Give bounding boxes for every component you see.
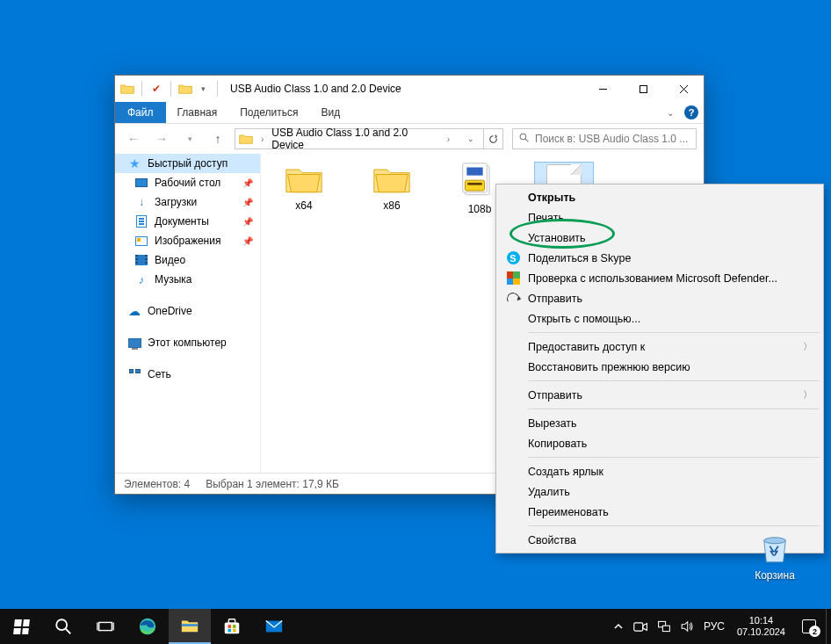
nav-forward-button[interactable]: → <box>150 127 173 150</box>
taskbar-mail[interactable] <box>253 609 295 644</box>
ctx-delete[interactable]: Удалить <box>498 481 821 502</box>
search-placeholder: Поиск в: USB Audio Class 1.0 ... <box>535 133 688 145</box>
pin-icon: 📌 <box>242 178 253 188</box>
ribbon-tabs: Файл Главная Поделиться Вид ⌄ ? <box>115 102 704 124</box>
window-title: USB Audio Class 1.0 and 2.0 Device <box>230 83 401 95</box>
chevron-right-icon[interactable]: › <box>443 134 454 144</box>
tray-notifications[interactable]: 2 <box>792 619 826 634</box>
windows-logo-icon <box>13 619 30 634</box>
qat-dropdown-icon[interactable]: ▾ <box>196 82 210 96</box>
task-view-button[interactable] <box>84 609 126 644</box>
navitem-onedrive[interactable]: ☁ OneDrive <box>115 301 260 321</box>
share-icon <box>505 291 521 307</box>
svg-rect-24 <box>233 629 236 633</box>
svg-rect-23 <box>228 629 231 633</box>
folder-icon <box>285 163 323 196</box>
ribbon-file-tab[interactable]: Файл <box>115 102 166 123</box>
navitem-downloads[interactable]: ↓ Загрузки 📌 <box>115 192 260 212</box>
network-icon <box>657 619 671 633</box>
nav-label: Рабочий стол <box>155 177 220 189</box>
skype-icon: S <box>505 250 521 266</box>
ctx-install[interactable]: Установить <box>498 228 821 248</box>
nav-recent-button[interactable]: ▾ <box>178 127 201 150</box>
recycle-bin[interactable]: Корзина <box>745 530 805 582</box>
address-history-icon[interactable]: ⌄ <box>461 129 481 148</box>
status-selection: Выбран 1 элемент: 17,9 КБ <box>206 478 339 490</box>
tray-overflow-button[interactable] <box>607 621 630 632</box>
ctx-skype[interactable]: S Поделиться в Skype <box>498 248 821 268</box>
tray-clock[interactable]: 10:14 07.10.2024 <box>730 615 792 637</box>
ctx-open-with[interactable]: Открыть с помощью... <box>498 308 821 329</box>
ctx-shortcut[interactable]: Создать ярлык <box>498 461 821 481</box>
search-icon <box>518 132 530 146</box>
svg-rect-9 <box>467 183 481 185</box>
tray-meet-now[interactable] <box>630 620 653 633</box>
refresh-button[interactable] <box>483 129 502 148</box>
nav-back-button[interactable]: ← <box>122 127 145 150</box>
clock-time: 10:14 <box>737 615 785 626</box>
folder-x64[interactable]: x64 <box>271 163 336 212</box>
ctx-print[interactable]: Печать <box>498 207 821 228</box>
ribbon-view-tab[interactable]: Вид <box>309 102 351 123</box>
taskbar-edge[interactable] <box>126 609 169 644</box>
navitem-documents[interactable]: Документы 📌 <box>115 212 260 231</box>
help-button[interactable]: ? <box>679 102 704 123</box>
navitem-pictures[interactable]: Изображения 📌 <box>115 231 260 250</box>
ctx-send-to[interactable]: Отправить〉 <box>498 385 821 405</box>
tray-language[interactable]: РУС <box>698 620 730 633</box>
nav-label: Сеть <box>148 368 171 380</box>
minimize-button[interactable] <box>582 76 623 102</box>
ctx-defender[interactable]: Проверка с использованием Microsoft Defe… <box>498 268 821 288</box>
navitem-music[interactable]: ♪ Музыка <box>115 270 260 289</box>
search-icon <box>54 617 73 636</box>
ribbon-share-tab[interactable]: Поделиться <box>228 102 309 123</box>
qat-properties-icon[interactable]: ✔ <box>149 82 163 96</box>
close-button[interactable] <box>663 76 704 102</box>
svg-point-4 <box>520 134 526 140</box>
ctx-open[interactable]: Открыть <box>498 187 821 207</box>
video-icon <box>134 253 148 267</box>
folder-icon <box>372 163 411 196</box>
ctx-cut[interactable]: Вырезать <box>498 413 821 433</box>
svg-rect-8 <box>465 180 484 191</box>
start-button[interactable] <box>0 609 42 644</box>
navigation-pane: ★ Быстрый доступ Рабочий стол 📌 ↓ Загруз… <box>115 154 261 473</box>
chevron-right-icon[interactable]: › <box>257 134 268 144</box>
recycle-bin-icon <box>756 530 793 567</box>
navitem-videos[interactable]: Видео <box>115 250 260 270</box>
defender-icon <box>505 271 521 286</box>
ctx-restore-version[interactable]: Восстановить прежнюю версию <box>498 357 821 377</box>
speaker-icon <box>680 619 694 633</box>
svg-rect-10 <box>466 168 482 176</box>
tray-network[interactable] <box>653 619 676 633</box>
svg-rect-21 <box>228 625 231 628</box>
search-input[interactable]: Поиск в: USB Audio Class 1.0 ... <box>512 128 697 149</box>
address-bar[interactable]: › USB Audio Class 1.0 and 2.0 Device › ⌄ <box>235 128 503 149</box>
ribbon-home-tab[interactable]: Главная <box>166 102 229 123</box>
ribbon-expand-icon[interactable]: ⌄ <box>667 102 679 123</box>
svg-rect-28 <box>662 626 669 631</box>
navitem-network[interactable]: Сеть <box>115 365 260 384</box>
show-desktop-button[interactable] <box>826 609 831 644</box>
breadcrumb-folder[interactable]: USB Audio Class 1.0 and 2.0 Device <box>271 127 438 151</box>
tray-volume[interactable] <box>676 619 698 633</box>
file-label: x64 <box>295 199 312 212</box>
ctx-grant-access[interactable]: Предоставить доступ к〉 <box>498 336 821 357</box>
taskbar-explorer[interactable] <box>169 609 211 644</box>
maximize-button[interactable] <box>623 76 663 102</box>
qat-folder-icon[interactable] <box>178 82 192 96</box>
ctx-share[interactable]: Отправить <box>498 288 821 308</box>
ctx-rename[interactable]: Переименовать <box>498 502 821 522</box>
chevron-right-icon: 〉 <box>803 388 813 402</box>
navitem-this-pc[interactable]: Этот компьютер <box>115 333 260 352</box>
nav-up-button[interactable]: ↑ <box>206 127 229 150</box>
taskbar-store[interactable] <box>211 609 253 644</box>
folder-x86[interactable]: x86 <box>359 163 424 212</box>
navitem-quick-access[interactable]: ★ Быстрый доступ <box>115 154 260 173</box>
navitem-desktop[interactable]: Рабочий стол 📌 <box>115 173 260 192</box>
taskbar-search-button[interactable] <box>42 609 84 644</box>
system-tray: РУС 10:14 07.10.2024 2 <box>607 609 831 644</box>
nav-label: Быстрый доступ <box>148 157 228 170</box>
ctx-copy[interactable]: Копировать <box>498 433 821 453</box>
folder-icon <box>239 132 253 146</box>
